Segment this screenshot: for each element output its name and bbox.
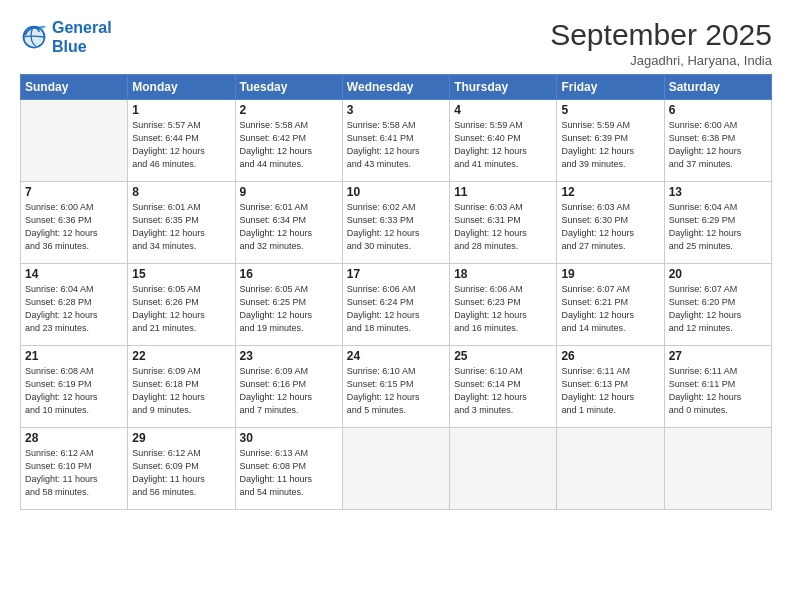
calendar-day-cell: 20Sunrise: 6:07 AM Sunset: 6:20 PM Dayli…: [664, 264, 771, 346]
day-info: Sunrise: 6:01 AM Sunset: 6:34 PM Dayligh…: [240, 201, 338, 253]
day-info: Sunrise: 6:07 AM Sunset: 6:21 PM Dayligh…: [561, 283, 659, 335]
day-number: 26: [561, 349, 659, 363]
calendar-day-cell: 21Sunrise: 6:08 AM Sunset: 6:19 PM Dayli…: [21, 346, 128, 428]
day-number: 24: [347, 349, 445, 363]
calendar-day-cell: 2Sunrise: 5:58 AM Sunset: 6:42 PM Daylig…: [235, 100, 342, 182]
calendar-day-cell: 11Sunrise: 6:03 AM Sunset: 6:31 PM Dayli…: [450, 182, 557, 264]
day-number: 19: [561, 267, 659, 281]
day-info: Sunrise: 6:12 AM Sunset: 6:09 PM Dayligh…: [132, 447, 230, 499]
calendar-day-cell: 13Sunrise: 6:04 AM Sunset: 6:29 PM Dayli…: [664, 182, 771, 264]
day-number: 17: [347, 267, 445, 281]
calendar-body: 1Sunrise: 5:57 AM Sunset: 6:44 PM Daylig…: [21, 100, 772, 510]
calendar-day-cell: 29Sunrise: 6:12 AM Sunset: 6:09 PM Dayli…: [128, 428, 235, 510]
calendar-day-cell: 22Sunrise: 6:09 AM Sunset: 6:18 PM Dayli…: [128, 346, 235, 428]
header: General Blue September 2025 Jagadhri, Ha…: [20, 18, 772, 68]
day-number: 4: [454, 103, 552, 117]
day-info: Sunrise: 6:05 AM Sunset: 6:25 PM Dayligh…: [240, 283, 338, 335]
calendar: SundayMondayTuesdayWednesdayThursdayFrid…: [20, 74, 772, 510]
day-info: Sunrise: 5:58 AM Sunset: 6:41 PM Dayligh…: [347, 119, 445, 171]
weekday-header: Tuesday: [235, 75, 342, 100]
month-title: September 2025: [550, 18, 772, 51]
calendar-week-row: 7Sunrise: 6:00 AM Sunset: 6:36 PM Daylig…: [21, 182, 772, 264]
calendar-day-cell: [342, 428, 449, 510]
day-number: 16: [240, 267, 338, 281]
day-info: Sunrise: 6:02 AM Sunset: 6:33 PM Dayligh…: [347, 201, 445, 253]
calendar-week-row: 14Sunrise: 6:04 AM Sunset: 6:28 PM Dayli…: [21, 264, 772, 346]
day-info: Sunrise: 6:01 AM Sunset: 6:35 PM Dayligh…: [132, 201, 230, 253]
day-number: 7: [25, 185, 123, 199]
day-number: 22: [132, 349, 230, 363]
calendar-day-cell: [557, 428, 664, 510]
calendar-day-cell: [21, 100, 128, 182]
day-number: 15: [132, 267, 230, 281]
day-info: Sunrise: 6:11 AM Sunset: 6:13 PM Dayligh…: [561, 365, 659, 417]
calendar-day-cell: 23Sunrise: 6:09 AM Sunset: 6:16 PM Dayli…: [235, 346, 342, 428]
calendar-day-cell: 19Sunrise: 6:07 AM Sunset: 6:21 PM Dayli…: [557, 264, 664, 346]
day-info: Sunrise: 6:12 AM Sunset: 6:10 PM Dayligh…: [25, 447, 123, 499]
logo-general: General: [52, 19, 112, 36]
day-info: Sunrise: 6:06 AM Sunset: 6:24 PM Dayligh…: [347, 283, 445, 335]
day-info: Sunrise: 6:11 AM Sunset: 6:11 PM Dayligh…: [669, 365, 767, 417]
logo-text: General Blue: [52, 18, 112, 56]
day-info: Sunrise: 6:07 AM Sunset: 6:20 PM Dayligh…: [669, 283, 767, 335]
calendar-day-cell: 27Sunrise: 6:11 AM Sunset: 6:11 PM Dayli…: [664, 346, 771, 428]
calendar-day-cell: 25Sunrise: 6:10 AM Sunset: 6:14 PM Dayli…: [450, 346, 557, 428]
day-info: Sunrise: 6:03 AM Sunset: 6:31 PM Dayligh…: [454, 201, 552, 253]
day-number: 18: [454, 267, 552, 281]
day-info: Sunrise: 6:10 AM Sunset: 6:14 PM Dayligh…: [454, 365, 552, 417]
calendar-day-cell: 28Sunrise: 6:12 AM Sunset: 6:10 PM Dayli…: [21, 428, 128, 510]
calendar-day-cell: 10Sunrise: 6:02 AM Sunset: 6:33 PM Dayli…: [342, 182, 449, 264]
page: General Blue September 2025 Jagadhri, Ha…: [0, 0, 792, 612]
day-number: 25: [454, 349, 552, 363]
calendar-day-cell: 16Sunrise: 6:05 AM Sunset: 6:25 PM Dayli…: [235, 264, 342, 346]
day-info: Sunrise: 5:57 AM Sunset: 6:44 PM Dayligh…: [132, 119, 230, 171]
calendar-week-row: 28Sunrise: 6:12 AM Sunset: 6:10 PM Dayli…: [21, 428, 772, 510]
day-info: Sunrise: 6:06 AM Sunset: 6:23 PM Dayligh…: [454, 283, 552, 335]
day-number: 11: [454, 185, 552, 199]
day-info: Sunrise: 5:58 AM Sunset: 6:42 PM Dayligh…: [240, 119, 338, 171]
day-info: Sunrise: 6:13 AM Sunset: 6:08 PM Dayligh…: [240, 447, 338, 499]
day-info: Sunrise: 6:04 AM Sunset: 6:29 PM Dayligh…: [669, 201, 767, 253]
day-number: 20: [669, 267, 767, 281]
calendar-day-cell: 5Sunrise: 5:59 AM Sunset: 6:39 PM Daylig…: [557, 100, 664, 182]
day-number: 23: [240, 349, 338, 363]
day-number: 30: [240, 431, 338, 445]
weekday-header: Wednesday: [342, 75, 449, 100]
day-number: 10: [347, 185, 445, 199]
day-info: Sunrise: 6:09 AM Sunset: 6:16 PM Dayligh…: [240, 365, 338, 417]
day-number: 13: [669, 185, 767, 199]
day-info: Sunrise: 6:04 AM Sunset: 6:28 PM Dayligh…: [25, 283, 123, 335]
day-number: 5: [561, 103, 659, 117]
logo-icon: [20, 23, 48, 51]
day-number: 6: [669, 103, 767, 117]
calendar-day-cell: 7Sunrise: 6:00 AM Sunset: 6:36 PM Daylig…: [21, 182, 128, 264]
calendar-day-cell: 30Sunrise: 6:13 AM Sunset: 6:08 PM Dayli…: [235, 428, 342, 510]
calendar-day-cell: 14Sunrise: 6:04 AM Sunset: 6:28 PM Dayli…: [21, 264, 128, 346]
location-subtitle: Jagadhri, Haryana, India: [550, 53, 772, 68]
day-info: Sunrise: 6:08 AM Sunset: 6:19 PM Dayligh…: [25, 365, 123, 417]
calendar-day-cell: 3Sunrise: 5:58 AM Sunset: 6:41 PM Daylig…: [342, 100, 449, 182]
weekday-header: Sunday: [21, 75, 128, 100]
weekday-header: Friday: [557, 75, 664, 100]
weekday-header: Saturday: [664, 75, 771, 100]
day-number: 1: [132, 103, 230, 117]
logo-blue: Blue: [52, 38, 87, 55]
calendar-day-cell: 12Sunrise: 6:03 AM Sunset: 6:30 PM Dayli…: [557, 182, 664, 264]
calendar-day-cell: 8Sunrise: 6:01 AM Sunset: 6:35 PM Daylig…: [128, 182, 235, 264]
calendar-day-cell: 24Sunrise: 6:10 AM Sunset: 6:15 PM Dayli…: [342, 346, 449, 428]
day-number: 27: [669, 349, 767, 363]
day-info: Sunrise: 6:09 AM Sunset: 6:18 PM Dayligh…: [132, 365, 230, 417]
calendar-week-row: 1Sunrise: 5:57 AM Sunset: 6:44 PM Daylig…: [21, 100, 772, 182]
calendar-day-cell: [664, 428, 771, 510]
day-number: 12: [561, 185, 659, 199]
calendar-week-row: 21Sunrise: 6:08 AM Sunset: 6:19 PM Dayli…: [21, 346, 772, 428]
day-info: Sunrise: 6:00 AM Sunset: 6:36 PM Dayligh…: [25, 201, 123, 253]
calendar-day-cell: 17Sunrise: 6:06 AM Sunset: 6:24 PM Dayli…: [342, 264, 449, 346]
calendar-day-cell: 15Sunrise: 6:05 AM Sunset: 6:26 PM Dayli…: [128, 264, 235, 346]
day-info: Sunrise: 5:59 AM Sunset: 6:39 PM Dayligh…: [561, 119, 659, 171]
calendar-day-cell: [450, 428, 557, 510]
day-info: Sunrise: 6:03 AM Sunset: 6:30 PM Dayligh…: [561, 201, 659, 253]
day-info: Sunrise: 5:59 AM Sunset: 6:40 PM Dayligh…: [454, 119, 552, 171]
day-number: 14: [25, 267, 123, 281]
day-number: 28: [25, 431, 123, 445]
